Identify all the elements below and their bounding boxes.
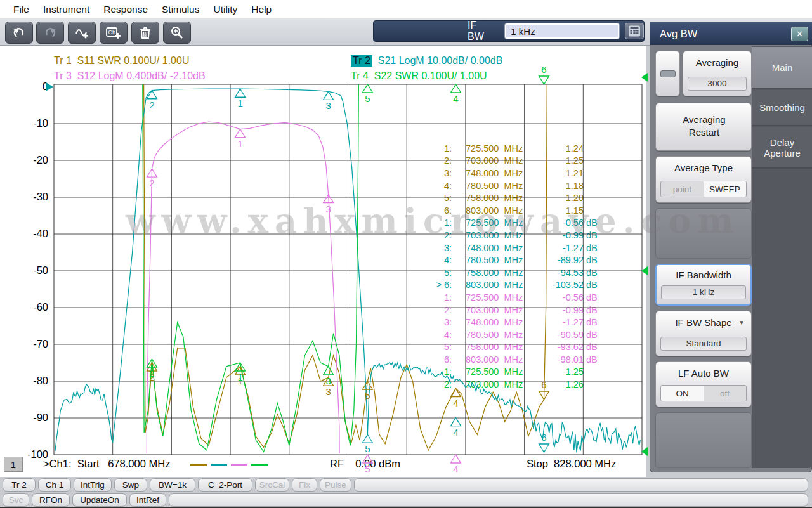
average-type-sweep[interactable]: SWEEP [704,181,746,197]
status-button-intref[interactable]: IntRef [129,493,166,507]
lf-auto-bw-off[interactable]: off [704,386,746,401]
menu-item-help[interactable]: Help [244,1,278,18]
status-button-srccal[interactable]: SrcCal [255,478,289,492]
undo-button[interactable] [5,22,33,44]
trace-badge-tr2[interactable]: Tr 2 [351,55,372,67]
y-tick-label: -30 [25,191,48,203]
status-button-ch-1[interactable]: Ch 1 [38,478,71,492]
menu-item-instrument[interactable]: Instrument [36,1,96,18]
tab-delay-aperture[interactable]: Delay Aperture [752,127,812,169]
svg-text:3: 3 [325,100,331,111]
marker-tr2-4[interactable]: 4 [450,418,461,438]
undo-icon [11,25,27,41]
add-trace-button[interactable] [68,22,96,44]
marker-freq: 703.000 MHz [466,230,551,240]
averaging-restart-button[interactable]: Averaging Restart [655,103,752,151]
keypad-button[interactable] [625,23,644,39]
ifbw-input[interactable]: 1 kHz [504,23,620,39]
avg-bw-panel: Avg BW ✕ Main Smoothing Delay Aperture A… [650,23,812,472]
lf-auto-bw-on[interactable]: ON [661,386,704,401]
status-button-updateon[interactable]: UpdateOn [72,493,127,507]
if-bw-shape-button[interactable]: IF BW Shape ▼ Standard [655,311,752,356]
menu-item-stimulus[interactable]: Stimulus [155,1,206,18]
marker-tr4-3[interactable]: 3 [324,367,334,386]
marker-num: 5: [417,342,452,352]
menu-item-response[interactable]: Response [96,1,155,18]
svg-text:5: 5 [365,390,370,401]
panel-close-button[interactable]: ✕ [791,27,808,41]
trace-badge-tr1[interactable]: Tr 1 [54,55,72,67]
tr4-marker-arrow [641,73,648,82]
marker-tr1-3[interactable]: 3 [324,377,334,397]
marker-unit: dB [584,330,605,340]
marker-tr3-3[interactable]: 3 [324,195,334,214]
status-button-bw-1k[interactable]: BW=1k [150,478,195,492]
status-button-fix[interactable]: Fix [292,478,317,492]
marker-num: > 6: [417,280,452,290]
status-button-inttrig[interactable]: IntTrig [74,478,112,492]
lf-auto-bw-toggle[interactable]: ON off [660,385,747,401]
marker-tr2-6[interactable]: 6 [539,432,549,452]
zoom-button[interactable] [163,22,191,44]
marker-val: -1.27 [551,317,584,327]
marker-freq: 758.000 MHz [466,268,551,278]
marker-num: 1: [417,367,452,377]
marker-tr4-4[interactable]: 4 [450,84,461,104]
averaging-toggle-button[interactable] [655,51,680,96]
marker-freq: 748.000 MHz [466,168,551,178]
trace-badge-tr4[interactable]: Tr 4 [351,70,369,82]
channel-1-button[interactable]: 1 [4,457,23,472]
marker-tr4-6[interactable]: 6 [539,64,549,84]
marker-unit: dB [584,342,605,352]
svg-text:4: 4 [453,398,458,408]
status-button-tr-2[interactable]: Tr 2 [3,478,36,492]
trace-badge-tr3[interactable]: Tr 3 [54,70,72,82]
marker-val: 1.20 [551,193,584,203]
average-type-toggle[interactable]: point SWEEP [660,181,747,197]
marker-table-row: 1:725.500 MHz1.24 [417,142,605,155]
marker-tr1-2[interactable]: 2 [147,363,157,382]
delete-button[interactable] [131,22,159,44]
marker-tr1-1[interactable]: 1 [235,367,246,386]
marker-tr4-5[interactable]: 5 [362,84,372,104]
marker-tr3-1[interactable]: 1 [235,129,246,149]
marker-freq: 780.500 MHz [466,181,551,191]
tab-main[interactable]: Main [752,47,812,89]
marker-tr1-4[interactable]: 4 [450,389,461,408]
average-type-point[interactable]: point [661,181,704,197]
marker-val: -98.01 [551,355,584,365]
marker-unit: dB [584,292,605,303]
marker-freq: 703.000 MHz [466,379,551,389]
marker-tr3-2[interactable]: 2 [147,169,157,188]
status-button-svc[interactable]: Svc [3,493,29,507]
marker-num: 5: [417,268,452,278]
marker-tr2-3[interactable]: 3 [324,91,334,111]
marker-tr2-2[interactable]: 2 [147,91,157,110]
average-type-button[interactable]: Average Type point SWEEP [655,156,752,203]
lf-auto-bw-button[interactable]: LF Auto BW ON off [655,361,752,407]
marker-table-row: 1:725.500 MHz-0.56dB [417,291,605,304]
marker-val: -93.62 [551,342,584,352]
marker-tr4-1[interactable]: 1 [235,363,246,382]
status-button-c-2-port[interactable]: C 2-Port [198,478,252,492]
marker-table-row: 4:780.500 MHz1.18 [417,179,605,192]
status-button-pulse[interactable]: Pulse [320,478,351,492]
rf-power-text: RF 0.00 dBm [330,458,400,470]
status-button-rfon[interactable]: RFOn [32,493,70,507]
averaging-button[interactable]: Averaging 3000 [683,51,752,96]
marker-val: -0.99 [551,230,584,240]
status-bars: Tr 2Ch 1IntTrigSwpBW=1kC 2-PortSrcCalFix… [0,477,812,508]
menu-item-file[interactable]: File [6,1,36,18]
marker-tr2-5[interactable]: 5 [362,434,372,454]
marker-tr4-2[interactable]: 2 [147,359,157,379]
if-bandwidth-button[interactable]: IF Bandwidth 1 kHz [655,264,752,306]
add-channel-button[interactable]: Ch [100,22,128,44]
redo-button[interactable] [36,22,64,44]
status-button-swp[interactable]: Swp [114,478,147,492]
marker-freq: 803.000 MHz [466,280,551,290]
marker-tr2-1[interactable]: 1 [235,89,246,108]
marker-tr1-5[interactable]: 5 [362,381,372,401]
tab-smoothing[interactable]: Smoothing [752,90,812,126]
if-bandwidth-value: 1 kHz [661,285,746,299]
menu-item-utility[interactable]: Utility [206,1,244,18]
